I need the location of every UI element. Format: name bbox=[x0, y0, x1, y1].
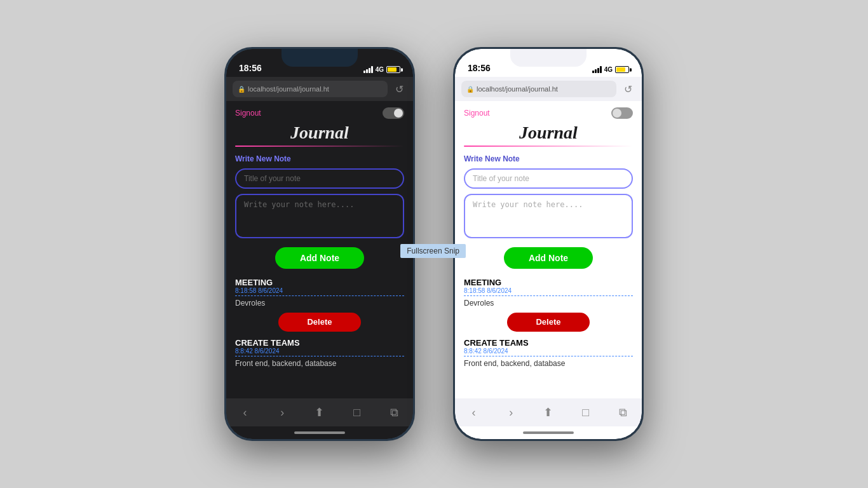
right-battery-fill bbox=[616, 67, 625, 72]
left-add-note-button[interactable]: Add Note bbox=[275, 247, 364, 269]
right-refresh-button[interactable]: ↺ bbox=[620, 83, 635, 95]
right-write-label: Write New Note bbox=[464, 154, 633, 163]
left-status-icons: 4G bbox=[363, 62, 400, 73]
left-toggle-knob bbox=[394, 109, 403, 118]
left-note-0: MEETING 8:18:58 8/6/2024 Devroles Delete bbox=[235, 278, 404, 332]
right-journal-title: Journal bbox=[464, 123, 633, 143]
right-bottom-nav: ‹ › ⬆ □ ⧉ bbox=[455, 398, 642, 426]
right-screen-content: 18:56 4G 🔒 localhost bbox=[455, 49, 642, 439]
right-signal-bars bbox=[592, 66, 602, 73]
left-home-bar bbox=[294, 431, 345, 434]
right-nav-back[interactable]: ‹ bbox=[461, 406, 486, 419]
left-write-label: Write New Note bbox=[235, 154, 404, 163]
right-theme-toggle[interactable] bbox=[611, 107, 633, 119]
right-phone-screen: 18:56 4G 🔒 localhost bbox=[455, 49, 642, 439]
right-note-0: MEETING 8:18:58 8/6/2024 Devroles Delete bbox=[464, 278, 633, 332]
left-nav-forward[interactable]: › bbox=[269, 406, 295, 419]
left-note-0-time: 8:18:58 8/6/2024 bbox=[235, 287, 404, 296]
left-signal-bars bbox=[363, 66, 373, 73]
left-refresh-button[interactable]: ↺ bbox=[391, 83, 407, 95]
right-phone: 18:56 4G 🔒 localhost bbox=[453, 47, 644, 441]
left-signout-row: Signout bbox=[235, 107, 404, 119]
right-signout-row: Signout bbox=[464, 107, 633, 119]
right-add-note-button[interactable]: Add Note bbox=[504, 247, 593, 269]
left-note-0-title: MEETING bbox=[235, 278, 404, 287]
right-app-content: Signout Journal Write New Note Add Note bbox=[455, 101, 642, 398]
right-note-0-body: Devroles bbox=[464, 299, 633, 308]
left-phone-screen: 18:56 4G 🔒 localhost bbox=[226, 49, 413, 439]
right-lock-icon: 🔒 bbox=[466, 86, 474, 93]
left-journal-title: Journal bbox=[235, 123, 404, 143]
right-nav-share[interactable]: ⬆ bbox=[536, 405, 561, 419]
left-bottom-nav: ‹ › ⬆ □ ⧉ bbox=[226, 398, 413, 426]
right-signout-link[interactable]: Signout bbox=[464, 109, 490, 118]
left-app-content: Signout Journal Write New Note Add Note bbox=[226, 101, 413, 398]
right-journal-divider bbox=[464, 146, 633, 147]
left-phone-wrapper: 18:56 4G 🔒 localhost bbox=[224, 47, 415, 441]
right-url-text: localhost/journal/journal.ht bbox=[477, 85, 558, 93]
left-theme-toggle[interactable] bbox=[383, 107, 404, 119]
right-toggle-knob bbox=[613, 109, 621, 118]
left-nav-tabs[interactable]: ⧉ bbox=[382, 406, 407, 419]
right-status-icons: 4G bbox=[592, 62, 629, 73]
right-note-1-time: 8:8:42 8/6/2024 bbox=[464, 348, 633, 356]
left-phone: 18:56 4G 🔒 localhost bbox=[224, 47, 415, 441]
right-nav-forward[interactable]: › bbox=[498, 406, 524, 419]
right-nav-tabs[interactable]: ⧉ bbox=[611, 406, 636, 419]
left-note-1-body: Front end, backend, database bbox=[235, 359, 404, 368]
right-note-0-title: MEETING bbox=[464, 278, 633, 287]
right-phone-wrapper: 18:56 4G 🔒 localhost bbox=[453, 47, 644, 441]
left-home-indicator bbox=[226, 426, 413, 439]
left-nav-share[interactable]: ⬆ bbox=[307, 405, 332, 419]
left-battery-icon bbox=[386, 66, 400, 73]
left-journal-divider bbox=[235, 146, 404, 147]
left-lock-icon: 🔒 bbox=[238, 86, 245, 93]
right-note-1: CREATE TEAMS 8:8:42 8/6/2024 Front end, … bbox=[464, 338, 633, 368]
left-note-title-input[interactable] bbox=[235, 168, 404, 189]
left-note-0-body: Devroles bbox=[235, 299, 404, 308]
right-browser-url[interactable]: 🔒 localhost/journal/journal.ht bbox=[461, 81, 616, 97]
right-phone-notch bbox=[510, 49, 587, 67]
left-nav-back[interactable]: ‹ bbox=[232, 406, 257, 419]
left-browser-bar: 🔒 localhost/journal/journal.ht ↺ bbox=[226, 77, 413, 101]
right-battery-icon bbox=[615, 66, 629, 73]
right-delete-0-button[interactable]: Delete bbox=[507, 313, 590, 332]
right-home-bar bbox=[523, 431, 574, 434]
left-signout-link[interactable]: Signout bbox=[235, 109, 261, 118]
right-status-time: 18:56 bbox=[468, 59, 491, 73]
left-note-1: CREATE TEAMS 8:8:42 8/6/2024 Front end, … bbox=[235, 338, 404, 368]
right-note-1-title: CREATE TEAMS bbox=[464, 338, 633, 348]
right-note-body-input[interactable] bbox=[464, 194, 633, 238]
right-note-title-input[interactable] bbox=[464, 168, 633, 189]
left-phone-notch bbox=[281, 49, 358, 67]
right-home-indicator bbox=[455, 426, 642, 439]
right-note-1-body: Front end, backend, database bbox=[464, 359, 633, 368]
left-4g-label: 4G bbox=[376, 66, 384, 73]
left-screen-content: 18:56 4G 🔒 localhost bbox=[226, 49, 413, 439]
left-status-time: 18:56 bbox=[239, 59, 262, 73]
left-note-1-title: CREATE TEAMS bbox=[235, 338, 404, 348]
left-browser-url[interactable]: 🔒 localhost/journal/journal.ht bbox=[233, 81, 388, 97]
left-note-1-time: 8:8:42 8/6/2024 bbox=[235, 348, 404, 356]
right-note-0-time: 8:18:58 8/6/2024 bbox=[464, 287, 633, 296]
right-nav-bookmarks[interactable]: □ bbox=[573, 406, 599, 419]
right-4g-label: 4G bbox=[604, 66, 613, 73]
left-battery-fill bbox=[388, 67, 397, 72]
left-delete-0-button[interactable]: Delete bbox=[278, 313, 361, 332]
left-nav-bookmarks[interactable]: □ bbox=[344, 406, 370, 419]
left-note-body-input[interactable] bbox=[235, 194, 404, 238]
left-url-text: localhost/journal/journal.ht bbox=[248, 85, 329, 93]
right-browser-bar: 🔒 localhost/journal/journal.ht ↺ bbox=[455, 77, 642, 101]
